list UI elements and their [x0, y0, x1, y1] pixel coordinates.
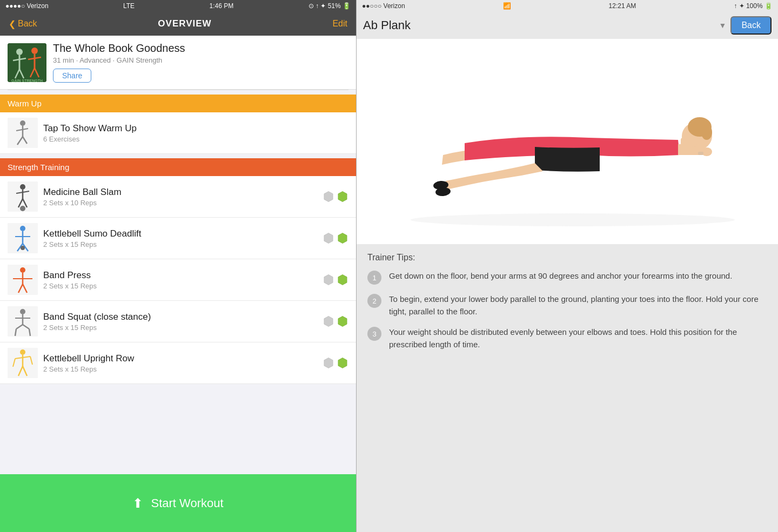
status-bar-left: ●●●●○ Verizon LTE 1:46 PM ⊙ ↑ ✦ 51% 🔋	[0, 0, 356, 12]
svg-point-19	[20, 184, 25, 190]
svg-marker-25	[324, 191, 333, 201]
band-squat-figure-icon	[8, 306, 38, 336]
medicine-ball-sets: 2 Sets x 10 Reps	[43, 199, 317, 207]
warm-up-label: Warm Up	[8, 99, 42, 108]
band-squat-name: Band Squat (close stance)	[43, 312, 317, 322]
battery-left: ⊙ ↑ ✦ 51% 🔋	[308, 2, 351, 10]
svg-point-1	[16, 49, 23, 55]
band-press-thumb	[8, 265, 38, 295]
svg-rect-72	[698, 152, 703, 155]
badge-hex-green-3	[337, 274, 348, 286]
exercises-scroll[interactable]: Warm Up Tap To Show Warm Up	[0, 90, 356, 474]
kettlebell-deadlift-info: Kettlebell Sumo Deadlift 2 Sets x 15 Rep…	[43, 228, 317, 248]
left-content: GAIN STRENGTH The Whole Book Goodness 31…	[0, 36, 356, 532]
kettlebell-row-name: Kettlebell Upright Row	[43, 353, 317, 364]
tip-item-1: 1 Get down on the floor, bend your arms …	[367, 270, 767, 285]
back-button-right[interactable]: Back	[730, 16, 772, 35]
exercise-item-kettlebell-deadlift[interactable]: Kettlebell Sumo Deadlift 2 Sets x 15 Rep…	[0, 218, 356, 259]
chevron-left-icon: ❮	[9, 19, 16, 29]
svg-text:GAIN STRENGTH: GAIN STRENGTH	[11, 79, 43, 82]
strength-label: Strength Training	[8, 163, 69, 172]
badge-hex-green-5	[337, 357, 348, 369]
medicine-ball-info: Medicine Ball Slam 2 Sets x 10 Reps	[43, 187, 317, 207]
carrier-left: ●●●●○ Verizon	[5, 2, 49, 10]
svg-point-73	[411, 213, 735, 226]
tip-number-3: 3	[367, 327, 381, 341]
warmup-exercise-info: Tap To Show Warm Up 6 Exercises	[43, 123, 348, 143]
badge-hex-green-4	[337, 315, 348, 327]
exercise-item-kettlebell-row[interactable]: Kettlebell Upright Row 2 Sets x 15 Reps	[0, 342, 356, 384]
tip-text-3: Your weight should be distributed evenly…	[389, 326, 767, 351]
svg-point-24	[20, 206, 25, 211]
band-squat-info: Band Squat (close stance) 2 Sets x 15 Re…	[43, 312, 317, 332]
back-label-left: Back	[18, 19, 37, 29]
svg-point-55	[20, 349, 25, 355]
nav-title-left: OVERVIEW	[158, 18, 211, 29]
band-press-figure-icon	[8, 265, 38, 295]
band-squat-sets: 2 Sets x 15 Reps	[43, 324, 317, 332]
kettlebell-row-badges	[323, 357, 348, 369]
band-press-name: Band Press	[43, 270, 317, 281]
svg-marker-63	[338, 358, 347, 368]
exercise-item-warmup[interactable]: Tap To Show Warm Up 6 Exercises	[0, 112, 356, 154]
medicine-ball-thumb	[8, 181, 38, 212]
tip-number-2: 2	[367, 294, 381, 308]
trainer-tips-title: Trainer Tips:	[367, 253, 767, 262]
exercise-item-medicine-ball[interactable]: Medicine Ball Slam 2 Sets x 10 Reps	[0, 176, 356, 218]
workout-info: The Whole Book Goodness 31 min · Advance…	[53, 42, 348, 83]
svg-marker-34	[324, 233, 333, 243]
svg-marker-42	[324, 274, 333, 285]
badge-hex-gray-5	[323, 357, 334, 369]
back-button-left[interactable]: ❮ Back	[9, 19, 37, 29]
warmup-thumb	[8, 118, 38, 148]
time-left: 1:46 PM	[210, 2, 234, 10]
section-warm-up: Warm Up	[0, 95, 356, 112]
start-workout-label: Start Workout	[151, 496, 223, 510]
start-workout-button[interactable]: ⬆ Start Workout	[0, 474, 356, 532]
svg-point-13	[20, 120, 25, 126]
badge-hex-gray-2	[323, 232, 334, 244]
workout-thumbnail: GAIN STRENGTH	[8, 43, 46, 82]
band-press-info: Band Press 2 Sets x 15 Reps	[43, 270, 317, 290]
tip-text-2: To begin, extend your lower body paralle…	[389, 293, 767, 318]
svg-point-45	[20, 309, 25, 314]
kettlebell-row-info: Kettlebell Upright Row 2 Sets x 15 Reps	[43, 353, 317, 373]
workout-header: GAIN STRENGTH The Whole Book Goodness 31…	[0, 36, 356, 90]
share-icon: ⬆	[132, 496, 143, 511]
svg-marker-53	[338, 316, 347, 326]
svg-marker-43	[338, 274, 347, 285]
tip-number-1: 1	[367, 271, 381, 285]
warmup-figure-icon	[8, 118, 38, 148]
exercise-item-band-press[interactable]: Band Press 2 Sets x 15 Reps	[0, 259, 356, 301]
wifi-icon: 📶	[503, 2, 511, 10]
exercise-image-area	[357, 39, 778, 244]
trainer-tips: Trainer Tips: 1 Get down on the floor, b…	[357, 244, 778, 532]
status-bar-right: ●●○○○ Verizon 📶 12:21 AM ↑ ✦ 100% 🔋	[357, 0, 778, 12]
right-phone: ●●○○○ Verizon 📶 12:21 AM ↑ ✦ 100% 🔋 Ab P…	[357, 0, 778, 532]
tip-item-3: 3 Your weight should be distributed even…	[367, 326, 767, 351]
kettlebell-deadlift-thumb	[8, 223, 38, 253]
warmup-exercise-sets: 6 Exercises	[43, 135, 348, 143]
medicine-ball-name: Medicine Ball Slam	[43, 187, 317, 198]
svg-marker-26	[338, 191, 347, 201]
share-button[interactable]: Share	[53, 69, 91, 83]
kettlebell-deadlift-sets: 2 Sets x 15 Reps	[43, 240, 317, 248]
edit-button-left[interactable]: Edit	[332, 19, 347, 29]
nav-bar-right: Ab Plank ▼ Back	[357, 12, 778, 39]
svg-marker-35	[338, 233, 347, 243]
band-press-badges	[323, 274, 348, 286]
band-press-sets: 2 Sets x 15 Reps	[43, 282, 317, 290]
svg-rect-0	[8, 43, 46, 82]
carrier-right: ●●○○○ Verizon	[362, 2, 405, 10]
svg-point-37	[20, 267, 25, 273]
warmup-exercise-name: Tap To Show Warm Up	[43, 123, 348, 134]
badge-hex-gray-1	[323, 191, 334, 203]
svg-point-6	[31, 48, 38, 54]
kettlebell-deadlift-name: Kettlebell Sumo Deadlift	[43, 228, 317, 239]
badge-hex-green-2	[337, 232, 348, 244]
exercise-item-band-squat[interactable]: Band Squat (close stance) 2 Sets x 15 Re…	[0, 301, 356, 342]
tip-item-2: 2 To begin, extend your lower body paral…	[367, 293, 767, 318]
svg-marker-62	[324, 358, 333, 368]
dropdown-arrow-icon[interactable]: ▼	[719, 21, 727, 30]
kettlebell-deadlift-figure-icon	[8, 223, 38, 253]
